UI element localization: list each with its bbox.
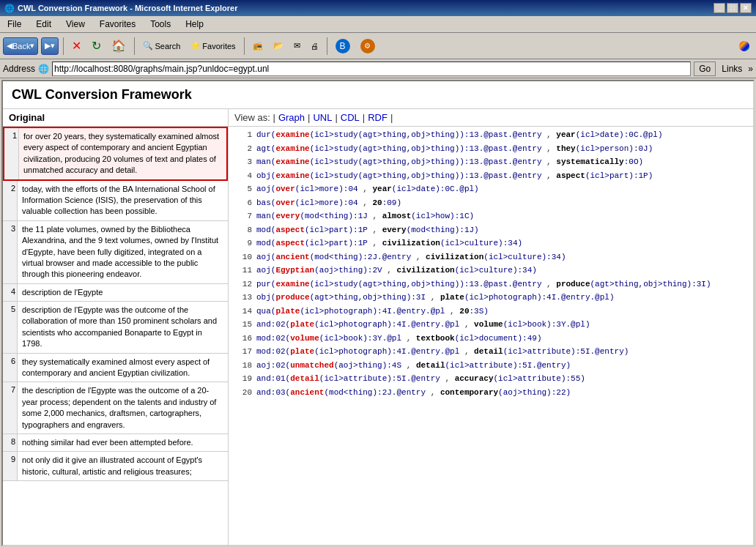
line-number: 1: [234, 129, 252, 141]
row-text: not only did it give an illustrated acco…: [18, 452, 228, 480]
table-row[interactable]: 4description de l'Egypte: [3, 284, 228, 302]
refresh-icon: ↻: [92, 39, 101, 53]
line-content: obj(produce(agt>thing,obj>thing):3I , pl…: [256, 291, 615, 304]
menu-view[interactable]: View: [62, 18, 89, 31]
tools-btn[interactable]: ⚙: [357, 36, 379, 56]
favorites-icon: ⭐: [190, 41, 201, 51]
address-input[interactable]: [52, 62, 691, 76]
tab-unl[interactable]: UNL: [313, 112, 332, 123]
original-list[interactable]: 1for over 20 years, they systematically …: [3, 127, 228, 545]
toolbar: ◀ Back ▾ ▶ ▾ ✕ ↻ 🏠 🔍 Search ⭐ Favorites …: [0, 33, 756, 59]
table-row[interactable]: 9not only did it give an illustrated acc…: [3, 452, 228, 481]
separator-2: |: [335, 112, 337, 123]
history-icon: 📂: [273, 41, 284, 51]
table-row[interactable]: 3the 11 plate volumes, owned by the Bibl…: [3, 221, 228, 284]
list-item: 14qua(plate(icl>photograph):4I.@entry.@p…: [234, 305, 747, 319]
line-number: 16: [234, 332, 252, 345]
minimize-button[interactable]: _: [714, 3, 725, 13]
row-text: the description de l'Egypte was the outc…: [18, 382, 228, 433]
row-number: 5: [3, 302, 18, 353]
line-content: man(examine(icl>study(agt>thing,obj>thin…: [256, 156, 643, 168]
list-item: 3man(examine(icl>study(agt>thing,obj>thi…: [234, 155, 747, 169]
line-content: aoj(over(icl>more):04 , year(icl>date):0…: [256, 183, 479, 196]
line-number: 2: [234, 143, 252, 155]
media-button[interactable]: 📻: [249, 36, 267, 56]
list-item: 7man(every(mod<thing):1J , almost(icl>ho…: [234, 209, 747, 223]
line-content: aoj(Egyptian(aoj>thing):2V , civilizatio…: [256, 264, 537, 277]
favorites-button[interactable]: ⭐ Favorites: [187, 36, 239, 56]
tools-icon: ⚙: [360, 39, 375, 53]
list-item: 1dur(examine(icl>study(agt>thing,obj>thi…: [234, 128, 747, 142]
home-button[interactable]: 🏠: [108, 36, 130, 56]
menu-tools[interactable]: Tools: [146, 18, 175, 31]
print-button[interactable]: 🖨: [307, 36, 322, 56]
mail-icon: ✉: [294, 41, 300, 51]
list-item: 12pur(examine(icl>study(agt>thing,obj>th…: [234, 278, 747, 291]
line-number: 6: [234, 197, 252, 209]
toolbar-separator-4: [327, 37, 327, 55]
search-icon: 🔍: [143, 41, 153, 51]
main-window: CWL Conversion Framework Original 1for o…: [1, 80, 755, 546]
table-row[interactable]: 1for over 20 years, they systematically …: [3, 127, 228, 181]
row-number: 3: [3, 221, 18, 283]
table-row[interactable]: 7the description de l'Egypte was the out…: [3, 382, 228, 434]
toolbar-separator-2: [134, 37, 135, 55]
table-row[interactable]: 2today, with the efforts of the BA Inter…: [3, 181, 228, 221]
links-button[interactable]: Links: [719, 63, 745, 75]
window-controls[interactable]: _ □ ✕: [714, 3, 752, 13]
row-text: today, with the efforts of the BA Intern…: [18, 181, 228, 220]
row-number: 9: [3, 452, 18, 480]
table-row[interactable]: 5description de l'Egypte was the outcome…: [3, 302, 228, 354]
line-content: pur(examine(icl>study(agt>thing,obj>thin…: [256, 278, 711, 291]
list-item: 19and:01(detail(icl>attribute):5I.@entry…: [234, 372, 747, 386]
list-item: 6bas(over(icl>more):04 , 20:09): [234, 196, 747, 210]
table-row[interactable]: 6they systematically examined almost eve…: [3, 354, 228, 383]
tab-graph[interactable]: Graph: [278, 112, 305, 123]
line-number: 19: [234, 373, 252, 385]
mail-button[interactable]: ✉: [290, 36, 304, 56]
list-item: 20and:03(ancient(mod<thing):2J.@entry , …: [234, 386, 747, 400]
forward-button[interactable]: ▶ ▾: [41, 37, 59, 55]
toolbar-separator-1: [63, 37, 64, 55]
line-number: 8: [234, 224, 252, 237]
stop-button[interactable]: ✕: [68, 36, 85, 56]
forward-dropdown-icon[interactable]: ▾: [51, 41, 55, 51]
address-bar: Address 🌐 Go Links »: [0, 59, 756, 78]
line-content: dur(examine(icl>study(agt>thing,obj>thin…: [256, 129, 663, 141]
maximize-button[interactable]: □: [727, 3, 738, 13]
tab-rdf[interactable]: RDF: [368, 112, 388, 123]
menu-file[interactable]: File: [3, 18, 26, 31]
line-number: 7: [234, 210, 252, 223]
row-number: 4: [3, 284, 18, 301]
back-button[interactable]: ◀ Back ▾: [3, 37, 38, 55]
bluetooth-button[interactable]: B: [332, 36, 354, 56]
table-row[interactable]: 8nothing similar had ever been attempted…: [3, 434, 228, 452]
right-panel[interactable]: View as: | Graph | UNL | CDL | RDF | 1du…: [229, 109, 753, 545]
line-number: 12: [234, 278, 252, 291]
list-item: 18aoj:02(unmatched(aoj>thing):4S , detai…: [234, 359, 747, 373]
line-content: man(every(mod<thing):1J , almost(icl>how…: [256, 210, 474, 223]
history-button[interactable]: 📂: [270, 36, 287, 56]
separator-4: |: [390, 112, 393, 123]
list-item: 9mod(aspect(icl>part):1P , civilization(…: [234, 237, 747, 250]
line-number: 18: [234, 360, 252, 372]
menu-edit[interactable]: Edit: [32, 18, 56, 31]
back-dropdown-icon[interactable]: ▾: [30, 41, 34, 51]
view-as-label: View as: |: [234, 112, 275, 123]
window-title: CWL Conversion Framework - Microsoft Int…: [18, 4, 238, 12]
tab-cdl[interactable]: CDL: [341, 112, 360, 123]
line-number: 10: [234, 251, 252, 264]
line-number: 9: [234, 237, 252, 250]
line-number: 13: [234, 291, 252, 304]
list-item: 8mod(aspect(icl>part):1P , every(mod<thi…: [234, 223, 747, 237]
address-label: Address: [3, 64, 35, 74]
line-content: and:01(detail(icl>attribute):5I.@entry ,…: [256, 373, 585, 385]
home-icon: 🏠: [111, 39, 126, 53]
menu-favorites[interactable]: Favorites: [95, 18, 140, 31]
refresh-button[interactable]: ↻: [88, 36, 105, 56]
view-header: View as: | Graph | UNL | CDL | RDF |: [229, 109, 753, 127]
close-button[interactable]: ✕: [740, 3, 752, 13]
search-button[interactable]: 🔍 Search: [139, 36, 184, 56]
menu-help[interactable]: Help: [181, 18, 208, 31]
go-button[interactable]: Go: [694, 62, 716, 76]
